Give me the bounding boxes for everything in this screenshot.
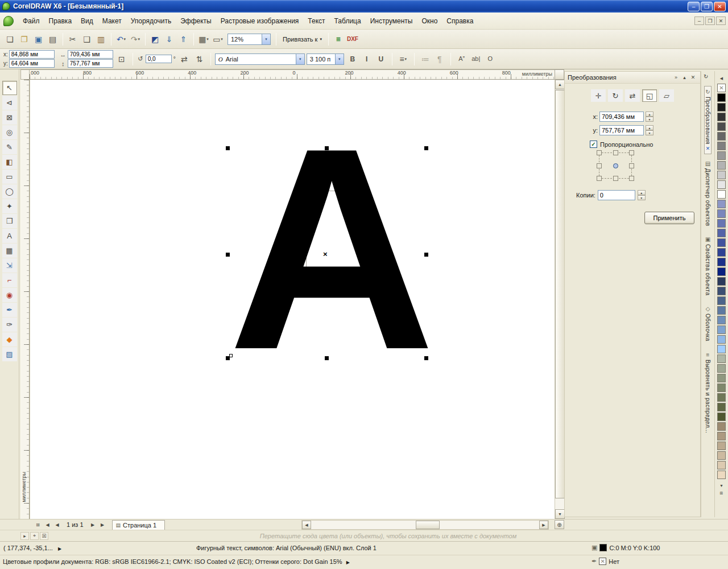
color-swatch[interactable] bbox=[717, 316, 726, 324]
anchor-node[interactable] bbox=[613, 150, 618, 155]
vertical-scroll-thumb[interactable] bbox=[555, 90, 565, 498]
pick-tool[interactable]: ↖ bbox=[2, 81, 17, 95]
zoom-tool[interactable]: ◎ bbox=[2, 125, 17, 139]
color-swatch[interactable] bbox=[717, 132, 726, 141]
color-swatch[interactable] bbox=[717, 296, 726, 305]
color-swatch[interactable] bbox=[717, 442, 726, 450]
interactive-fill-tool[interactable]: ▨ bbox=[2, 347, 17, 361]
ruler-options-button[interactable] bbox=[555, 69, 564, 80]
color-swatch[interactable] bbox=[717, 103, 726, 112]
color-swatch[interactable] bbox=[717, 413, 726, 421]
doc-close-button[interactable]: ✕ bbox=[716, 17, 726, 25]
object-y-field[interactable] bbox=[9, 59, 55, 68]
table-tool[interactable]: ▦ bbox=[2, 244, 17, 258]
next-page-button[interactable]: ▶ bbox=[88, 520, 98, 529]
freehand-tool[interactable]: ✎ bbox=[2, 140, 17, 154]
transform-y-spinner[interactable]: ▲▼ bbox=[646, 125, 653, 135]
menu-item[interactable]: Инструменты bbox=[366, 15, 417, 27]
color-swatch[interactable] bbox=[717, 93, 726, 102]
transform-x-spinner[interactable]: ▲▼ bbox=[646, 112, 653, 122]
selected-text-object[interactable]: A bbox=[228, 143, 429, 359]
minimize-button[interactable]: – bbox=[688, 2, 700, 11]
docker-rollup-icon[interactable]: ▴ bbox=[680, 73, 689, 82]
color-swatch[interactable] bbox=[717, 393, 726, 402]
color-swatch[interactable] bbox=[717, 219, 726, 228]
color-swatch[interactable] bbox=[717, 209, 726, 218]
skew-mode-button[interactable]: ▱ bbox=[659, 89, 674, 102]
parallel-dimension-tool[interactable]: ⇲ bbox=[2, 258, 17, 273]
color-swatch[interactable] bbox=[717, 403, 726, 411]
zoom-level-combo[interactable]: 12% ▾ bbox=[228, 34, 271, 45]
blend-tool[interactable]: ◉ bbox=[2, 288, 17, 302]
outline-pen-tool[interactable]: ✑ bbox=[2, 318, 17, 332]
object-width-field[interactable] bbox=[68, 50, 113, 59]
rotation-angle-field[interactable] bbox=[146, 55, 172, 63]
fullscreen-preview-button[interactable]: ▭▾ bbox=[211, 32, 225, 46]
color-swatch[interactable] bbox=[717, 142, 726, 150]
scroll-down-button[interactable]: ▼ bbox=[555, 509, 565, 519]
palette-scroll-down-button[interactable]: ▼ bbox=[717, 481, 726, 489]
apply-button[interactable]: Применить bbox=[644, 212, 694, 224]
position-marker-button[interactable]: ⌖ bbox=[30, 532, 39, 540]
connector-tool[interactable]: ⌐ bbox=[2, 273, 17, 287]
color-swatch[interactable] bbox=[717, 171, 726, 179]
spin-up-icon[interactable]: ▲ bbox=[638, 190, 646, 195]
anchor-node[interactable] bbox=[629, 176, 634, 181]
vertical-ruler[interactable]: 6004002000200400600800 миллиметры bbox=[20, 80, 30, 519]
zoom-combo-caret-icon[interactable]: ▾ bbox=[262, 34, 270, 44]
scale-mirror-mode-button[interactable]: ⇄ bbox=[625, 89, 640, 102]
no-color-swatch[interactable]: ✕ bbox=[717, 84, 726, 92]
vertical-scrollbar[interactable]: ▲ ▼ bbox=[555, 80, 564, 519]
anchor-node[interactable] bbox=[597, 163, 602, 168]
docker-tab-envelope[interactable]: ◇ Оболочка bbox=[704, 303, 712, 345]
anchor-point-selector[interactable] bbox=[599, 152, 632, 179]
selection-handle[interactable] bbox=[226, 146, 230, 150]
position-mode-button[interactable]: ✛ bbox=[591, 89, 606, 102]
menu-item[interactable]: Файл bbox=[18, 15, 44, 27]
docker-flyout-icon[interactable]: » bbox=[672, 73, 680, 82]
selection-handle[interactable] bbox=[325, 146, 329, 150]
insert-symbol-button[interactable]: O bbox=[483, 52, 497, 66]
color-swatch[interactable] bbox=[717, 306, 726, 315]
color-swatch[interactable] bbox=[717, 325, 726, 334]
previous-page-button[interactable]: ◀ bbox=[52, 520, 62, 529]
menu-item[interactable]: Текст bbox=[303, 15, 329, 27]
bulleted-list-button[interactable]: ≔ bbox=[419, 52, 432, 66]
size-mode-button[interactable]: ◱ bbox=[642, 89, 657, 102]
menu-item[interactable]: Вид bbox=[76, 15, 98, 27]
color-swatch[interactable] bbox=[717, 238, 726, 247]
selection-handle[interactable] bbox=[226, 253, 230, 257]
font-size-combo[interactable]: 3 100 п ▾ bbox=[307, 53, 344, 65]
color-swatch[interactable] bbox=[717, 229, 726, 237]
drawing-canvas[interactable]: A × bbox=[30, 80, 555, 519]
profiles-caret-icon[interactable]: ▶ bbox=[346, 560, 350, 565]
spin-down-icon[interactable]: ▼ bbox=[638, 195, 646, 200]
spin-up-icon[interactable]: ▲ bbox=[646, 125, 653, 130]
page-tab[interactable]: ▤ Страница 1 bbox=[112, 520, 166, 530]
color-swatch[interactable] bbox=[717, 287, 726, 295]
copies-spinner[interactable]: ▲▼ bbox=[638, 190, 646, 200]
anchor-node[interactable] bbox=[597, 150, 602, 155]
color-swatch[interactable] bbox=[717, 258, 726, 266]
color-swatch[interactable] bbox=[717, 384, 726, 392]
color-swatch[interactable] bbox=[717, 335, 726, 344]
edit-text-button[interactable]: ab| bbox=[469, 52, 483, 66]
no-color-button[interactable]: ☒ bbox=[40, 532, 48, 540]
bold-button[interactable]: B bbox=[346, 52, 359, 66]
color-swatch[interactable] bbox=[717, 432, 726, 440]
copies-field[interactable] bbox=[598, 190, 635, 200]
color-swatch[interactable] bbox=[717, 151, 726, 160]
options-button[interactable]: ≣ bbox=[332, 32, 345, 46]
add-page-button[interactable]: ⊞ bbox=[33, 520, 43, 529]
fill-tool[interactable]: ◆ bbox=[2, 332, 17, 347]
menu-item[interactable]: Таблица bbox=[330, 15, 366, 27]
lock-ratio-button[interactable]: ⊡ bbox=[115, 51, 129, 68]
selection-handle[interactable] bbox=[325, 356, 329, 360]
close-button[interactable]: ✕ bbox=[714, 2, 726, 11]
color-swatch[interactable] bbox=[717, 190, 726, 199]
shape-tool[interactable]: ⊲ bbox=[2, 96, 17, 110]
horizontal-scrollbar[interactable]: ◀ ▶ bbox=[301, 520, 549, 530]
paste-button[interactable]: ▥ bbox=[94, 32, 108, 46]
print-button[interactable]: ▤ bbox=[46, 32, 60, 46]
snap-to-dropdown[interactable]: Привязать к ▾ bbox=[279, 34, 325, 44]
